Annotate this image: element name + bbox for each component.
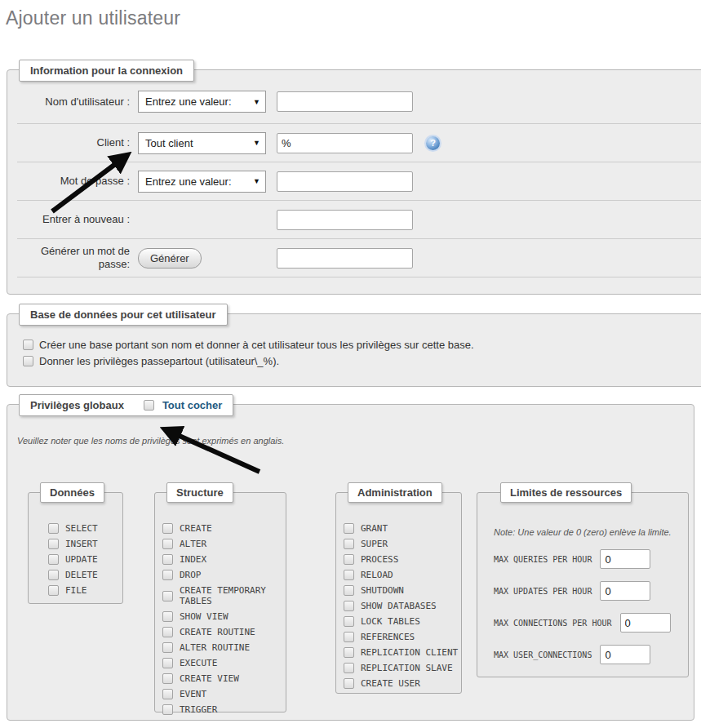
alter-routine-checkbox[interactable] <box>162 642 173 653</box>
replication-slave-label[interactable]: REPLICATION SLAVE <box>361 663 453 673</box>
create-db-same-name-label[interactable]: Créer une base portant son nom et donner… <box>39 339 474 351</box>
alter-label[interactable]: ALTER <box>180 539 206 549</box>
super-label[interactable]: SUPER <box>361 539 388 549</box>
create-routine-label[interactable]: CREATE ROUTINE <box>180 627 255 637</box>
database-legend-text: Base de données pour cet utilisateur <box>30 309 216 321</box>
grant-label[interactable]: GRANT <box>361 523 388 534</box>
delete-label[interactable]: DELETE <box>65 570 98 580</box>
privilege-item: INSERT <box>48 539 122 549</box>
username-type-select-value: Entrez une valeur: <box>145 95 253 108</box>
shutdown-checkbox[interactable] <box>344 585 354 596</box>
password-input[interactable] <box>277 171 413 192</box>
privilege-item: FILE <box>48 585 122 596</box>
update-label[interactable]: UPDATE <box>65 554 98 565</box>
max-queries-row: MAX QUERIES PER HOUR <box>494 549 688 569</box>
alter-routine-label[interactable]: ALTER ROUTINE <box>180 642 250 653</box>
trigger-label[interactable]: TRIGGER <box>180 704 217 715</box>
insert-checkbox[interactable] <box>48 539 59 549</box>
generated-password-input[interactable] <box>277 248 413 269</box>
references-label[interactable]: REFERENCES <box>361 632 415 642</box>
create-view-label[interactable]: CREATE VIEW <box>180 673 239 684</box>
event-label[interactable]: EVENT <box>180 689 206 699</box>
max-queries-label: MAX QUERIES PER HOUR <box>494 555 592 564</box>
process-label[interactable]: PROCESS <box>361 554 398 565</box>
create-db-same-name-checkbox[interactable] <box>23 340 33 350</box>
create-user-label[interactable]: CREATE USER <box>361 678 420 689</box>
host-type-select[interactable]: Tout client ▼ <box>138 132 266 154</box>
drop-label[interactable]: DROP <box>180 570 202 580</box>
generate-password-button[interactable]: Générer <box>138 248 202 269</box>
index-label[interactable]: INDEX <box>180 554 206 565</box>
database-fieldset: Base de données pour cet utilisateur Cré… <box>7 313 701 387</box>
process-checkbox[interactable] <box>344 554 354 565</box>
privilege-item: ALTER ROUTINE <box>162 642 286 653</box>
structure-group-legend-text: Structure <box>176 486 224 499</box>
show-databases-label[interactable]: SHOW DATABASES <box>361 601 437 611</box>
lock-tables-label[interactable]: LOCK TABLES <box>361 616 420 627</box>
max-updates-input[interactable] <box>600 581 650 601</box>
update-checkbox[interactable] <box>48 554 59 565</box>
chevron-down-icon: ▼ <box>253 139 260 147</box>
generate-password-label: Générer un mot de passe: <box>17 245 138 271</box>
create-temporary-tables-checkbox[interactable] <box>162 591 173 601</box>
super-checkbox[interactable] <box>344 539 354 549</box>
create-routine-checkbox[interactable] <box>162 627 173 637</box>
event-checkbox[interactable] <box>162 689 173 699</box>
select-label[interactable]: SELECT <box>65 523 98 534</box>
grant-wildcard-checkbox[interactable] <box>23 356 33 366</box>
check-all-label[interactable]: Tout cocher <box>162 399 222 411</box>
shutdown-label[interactable]: SHUTDOWN <box>361 585 404 596</box>
replication-client-checkbox[interactable] <box>344 647 354 658</box>
lock-tables-checkbox[interactable] <box>344 616 354 627</box>
show-databases-checkbox[interactable] <box>344 601 354 611</box>
structure-privileges-group: Structure CREATE ALTER INDEX DROP CREATE… <box>154 492 286 712</box>
reload-label[interactable]: RELOAD <box>361 570 393 580</box>
reload-checkbox[interactable] <box>344 570 354 580</box>
create-user-checkbox[interactable] <box>344 678 354 689</box>
references-checkbox[interactable] <box>344 632 354 642</box>
max-updates-row: MAX UPDATES PER HOUR <box>494 581 688 601</box>
create-temporary-tables-label[interactable]: CREATE TEMPORARY TABLES <box>180 585 286 606</box>
insert-label[interactable]: INSERT <box>65 539 98 549</box>
max-connections-input[interactable] <box>620 613 671 633</box>
check-all-checkbox[interactable] <box>144 400 154 411</box>
execute-checkbox[interactable] <box>162 658 173 668</box>
index-checkbox[interactable] <box>162 554 173 565</box>
drop-checkbox[interactable] <box>162 570 173 580</box>
replication-slave-checkbox[interactable] <box>344 663 354 673</box>
max-queries-input[interactable] <box>600 549 650 569</box>
global-privileges-fieldset: Privilèges globaux Tout cocher Veuillez … <box>7 404 694 721</box>
create-checkbox[interactable] <box>162 523 173 534</box>
trigger-checkbox[interactable] <box>162 704 173 715</box>
privilege-item: SHOW VIEW <box>162 611 286 622</box>
create-view-checkbox[interactable] <box>162 673 173 684</box>
delete-checkbox[interactable] <box>48 570 59 580</box>
password-type-select-value: Entrez une valeur: <box>145 175 253 188</box>
password-row: Mot de passe : Entrez une valeur: ▼ <box>17 162 701 201</box>
username-input[interactable] <box>277 91 413 112</box>
alter-checkbox[interactable] <box>162 539 173 549</box>
host-controls: Tout client ▼ ? <box>138 132 701 154</box>
generate-password-row: Générer un mot de passe: Générer <box>17 239 701 277</box>
max-user-connections-input[interactable] <box>600 645 650 664</box>
privilege-item: CREATE <box>162 523 286 534</box>
retype-password-input[interactable] <box>277 210 413 230</box>
max-user-connections-label: MAX USER_CONNECTIONS <box>494 650 592 659</box>
show-view-checkbox[interactable] <box>162 611 173 622</box>
privilege-item: SUPER <box>344 539 461 549</box>
file-checkbox[interactable] <box>48 585 59 596</box>
username-type-select[interactable]: Entrez une valeur: ▼ <box>138 91 266 113</box>
host-input[interactable] <box>277 133 413 153</box>
password-type-select[interactable]: Entrez une valeur: ▼ <box>138 171 266 193</box>
replication-client-label[interactable]: REPLICATION CLIENT <box>361 647 458 658</box>
grant-wildcard-label[interactable]: Donner les privilèges passepartout (util… <box>39 355 279 367</box>
select-checkbox[interactable] <box>48 523 59 534</box>
file-label[interactable]: FILE <box>65 585 87 596</box>
execute-label[interactable]: EXECUTE <box>180 658 217 668</box>
create-label[interactable]: CREATE <box>180 523 212 534</box>
retype-password-controls <box>138 210 701 230</box>
show-view-label[interactable]: SHOW VIEW <box>180 611 228 622</box>
privilege-item: SELECT <box>48 523 122 534</box>
help-icon[interactable]: ? <box>426 136 440 150</box>
grant-checkbox[interactable] <box>344 523 354 534</box>
